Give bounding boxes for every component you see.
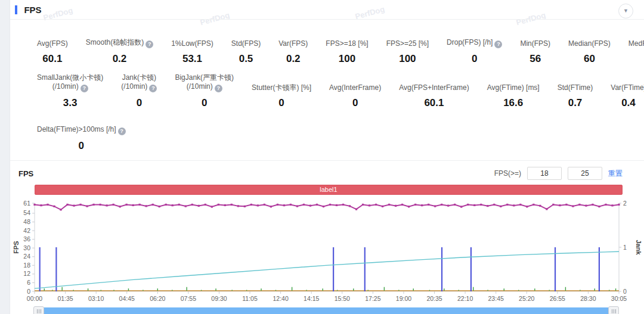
y-left-tick: 18 bbox=[23, 262, 30, 269]
help-icon[interactable]: ? bbox=[118, 128, 126, 135]
collapse-button[interactable]: ▼ bbox=[618, 4, 633, 18]
y-left-axis-title: FPS bbox=[13, 241, 20, 253]
x-axis-tick: 07:55 bbox=[181, 295, 196, 302]
stat-label-line: Stutter(卡顿率) [%] bbox=[252, 83, 311, 92]
y-right-tick: 2 bbox=[623, 200, 627, 207]
stat-value: 0 bbox=[175, 97, 234, 109]
y-left-tick: 24 bbox=[23, 253, 30, 260]
stat-label: Std(FPS) bbox=[231, 30, 261, 48]
stat-value: 53.1 bbox=[171, 53, 213, 65]
stat-value: 0.4 bbox=[611, 97, 644, 109]
stat-label-line: Avg(FTime) [ms] bbox=[487, 83, 540, 92]
stat-label-line: Delta(FTime)>100ms [/h]? bbox=[37, 125, 126, 135]
stat-value: 60 bbox=[568, 53, 611, 65]
stat-label-line: Median(FPS) bbox=[568, 39, 611, 48]
x-axis-tick: 19:00 bbox=[396, 295, 411, 302]
help-icon[interactable]: ? bbox=[494, 41, 502, 48]
title-accent-bar bbox=[15, 5, 17, 14]
x-axis-tick: 26:55 bbox=[550, 295, 565, 302]
stat-label-line: Avg(InterFrame) bbox=[329, 83, 381, 92]
stat-label: Var(FPS) bbox=[278, 30, 308, 48]
stat-label: SmallJank(微小卡顿)(/10min)? bbox=[37, 73, 103, 92]
stat-avg-fps-: Avg(FPS)60.1 bbox=[28, 30, 77, 65]
stat-label: Std(FTime) bbox=[558, 74, 593, 92]
stat-var-fps-: Var(FPS)0.2 bbox=[270, 30, 317, 65]
stat-label-line: FPS>=25 [%] bbox=[386, 39, 429, 48]
stat-label-line: Drop(FPS) [/h] bbox=[447, 38, 493, 46]
stat-drop-fps-h-: Drop(FPS) [/h]?0 bbox=[438, 30, 511, 65]
stat-value: 0 bbox=[252, 97, 311, 109]
y-right-axis-title: Jank bbox=[635, 240, 642, 255]
x-axis-tick: 09:30 bbox=[211, 295, 227, 302]
stat-label-line: Smooth(稳帧指数) bbox=[86, 38, 144, 46]
stat-label-line: 1%Low(FPS) bbox=[171, 39, 213, 48]
stats-row-2: SmallJank(微小卡顿)(/10min)?3.3Jank(卡顿)(/10m… bbox=[28, 73, 644, 109]
stat-label-line: Avg(InterFrame) bbox=[329, 83, 381, 92]
help-icon[interactable]: ? bbox=[80, 85, 88, 92]
stat-label-line: SmallJank(微小卡顿) bbox=[37, 73, 103, 82]
stat-avg-ftime-ms-: Avg(FTime) [ms]16.6 bbox=[478, 74, 549, 109]
help-icon[interactable]: ? bbox=[149, 85, 157, 92]
x-axis-tick: 30:05 bbox=[611, 295, 627, 302]
y-left-tick: 61 bbox=[23, 200, 30, 207]
stat-label: MedRange(FPS)[%] bbox=[628, 30, 644, 48]
stat-fps-25-%-: FPS>=25 [%]100 bbox=[377, 30, 438, 65]
stat-std-fps-: Std(FPS)0.5 bbox=[222, 30, 270, 65]
stat-bigjank-: BigJank(严重卡顿)(/10min)?0 bbox=[166, 73, 243, 109]
y-left-tick: 54 bbox=[23, 209, 30, 216]
stat-label-line: Drop(FPS) [/h]? bbox=[447, 38, 502, 48]
stat-label-line: Std(FPS) bbox=[231, 39, 261, 48]
stat-label: Avg(InterFrame) bbox=[329, 74, 381, 92]
fps-jank-chart[interactable]: 06121824303642485461012FPSJank00:0001:35… bbox=[10, 198, 644, 302]
threshold-input-1[interactable] bbox=[527, 167, 562, 180]
scrollbar-left-handle[interactable] bbox=[33, 306, 44, 314]
stat-value: 100 bbox=[326, 53, 368, 65]
y-left-tick: 30 bbox=[23, 244, 30, 251]
chart-range-scrollbar[interactable] bbox=[35, 307, 618, 314]
stat-label-line: Std(FTime) bbox=[558, 83, 593, 92]
y-left-tick: 36 bbox=[23, 235, 30, 243]
chart-title: FPS bbox=[18, 169, 33, 178]
stat-value: 0.2 bbox=[86, 53, 153, 65]
y-right-tick: 1 bbox=[623, 244, 627, 251]
x-axis-tick: 00:00 bbox=[27, 295, 42, 302]
x-axis-tick: 28:30 bbox=[580, 295, 596, 302]
scrollbar-track[interactable] bbox=[35, 307, 618, 314]
stat-label-line: Avg(FPS) bbox=[37, 39, 68, 48]
stat-label: BigJank(严重卡顿)(/10min)? bbox=[175, 73, 234, 92]
stat-label: Var(FTime) bbox=[611, 74, 644, 92]
panel-title: FPS bbox=[24, 5, 41, 15]
stat-delta-ftime-100ms-h-: Delta(FTime)>100ms [/h]?0 bbox=[28, 117, 135, 152]
threshold-input-2[interactable] bbox=[568, 167, 602, 180]
stat-label: Stutter(卡顿率) [%] bbox=[252, 74, 311, 92]
stat-value: 100 bbox=[386, 53, 429, 65]
x-axis-tick: 12:40 bbox=[273, 295, 288, 302]
stat-value: 0.7 bbox=[558, 97, 593, 109]
stat-label-line: Jank(卡顿) bbox=[121, 73, 157, 82]
scrollbar-right-handle[interactable] bbox=[608, 306, 619, 314]
stat-label-line: Avg(FTime) [ms] bbox=[487, 83, 540, 92]
stat-label-line: Var(FTime) bbox=[611, 83, 644, 92]
help-icon[interactable]: ? bbox=[215, 85, 222, 92]
stat-label: 1%Low(FPS) bbox=[171, 30, 213, 48]
stat-label: Avg(FPS) bbox=[37, 30, 68, 48]
stat-value: 60.1 bbox=[37, 53, 68, 65]
stat-label: Smooth(稳帧指数)? bbox=[86, 30, 153, 48]
stat-label-line: Avg(FPS+InterFrame) bbox=[399, 83, 469, 92]
stat-label-line: Var(FPS) bbox=[278, 39, 308, 48]
stat-label-line: Var(FPS) bbox=[278, 39, 308, 48]
stat-label: Avg(FPS+InterFrame) bbox=[399, 74, 469, 92]
x-axis-tick: 04:45 bbox=[119, 295, 135, 302]
stat-stutter-%-: Stutter(卡顿率) [%]0 bbox=[243, 74, 320, 109]
x-axis-tick: 25:20 bbox=[519, 295, 534, 302]
help-icon[interactable]: ? bbox=[145, 41, 153, 48]
stat-label: FPS>=25 [%] bbox=[386, 30, 429, 48]
y-left-tick: 48 bbox=[23, 218, 30, 225]
x-axis-tick: 01:35 bbox=[57, 295, 73, 302]
stat-label-line: MedRange(FPS)[%] bbox=[628, 39, 644, 48]
reset-link[interactable]: 重置 bbox=[608, 169, 623, 179]
stat-value: 16.6 bbox=[487, 97, 540, 109]
stat-value: 0 bbox=[121, 97, 157, 109]
stat-value: 0 bbox=[329, 97, 381, 109]
stat-value: 0 bbox=[37, 140, 126, 152]
